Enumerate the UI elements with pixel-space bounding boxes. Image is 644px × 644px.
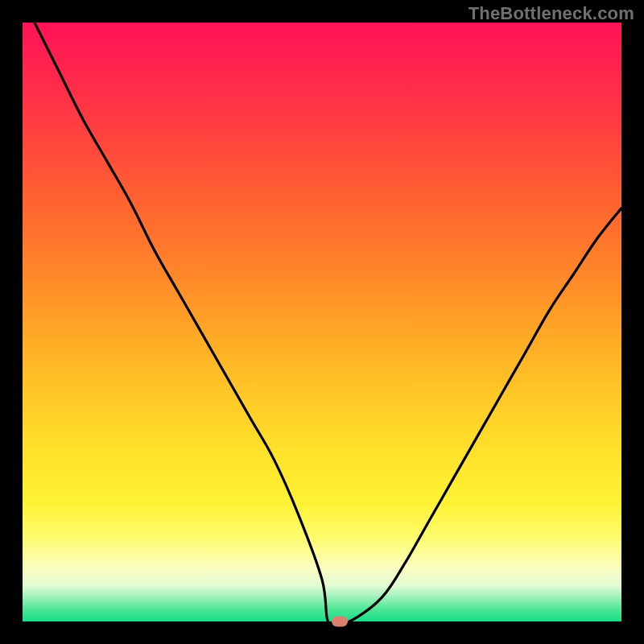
chart-frame: TheBottleneck.com — [0, 0, 644, 644]
curve-path — [35, 23, 621, 621]
plot-area — [23, 23, 621, 621]
watermark-text: TheBottleneck.com — [469, 3, 634, 24]
bottleneck-curve — [23, 23, 621, 621]
optimal-marker — [332, 617, 348, 627]
